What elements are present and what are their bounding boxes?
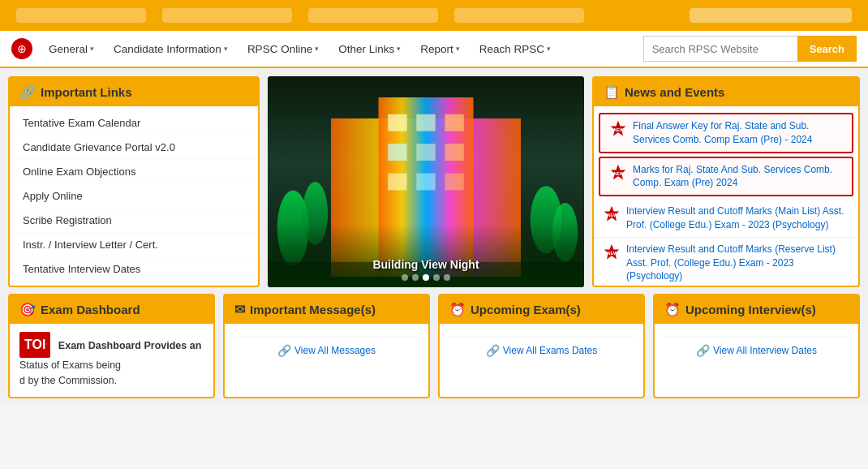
link-chain-icon: 🔗	[486, 344, 500, 357]
nav-general[interactable]: General ▾	[41, 38, 102, 60]
news-item-3[interactable]: NEW Interview Result and Cutoff Marks (M…	[594, 200, 858, 238]
link-online-exam-objections[interactable]: Online Exam Objections	[10, 160, 258, 184]
mail-icon: ✉	[234, 302, 245, 317]
important-links-title: Important Links	[41, 85, 132, 99]
dot-2[interactable]	[412, 274, 419, 281]
svg-text:NEW: NEW	[608, 213, 617, 217]
svg-rect-12	[416, 174, 435, 191]
exam-dashboard-content: TOI Exam Dashboard Provides an Status of…	[10, 324, 213, 393]
view-all-interviews-label: View All Interview Dates	[713, 345, 817, 356]
link-candidate-grievance[interactable]: Candidate Grievance Portal v2.0	[10, 136, 258, 160]
chevron-down-icon: ▾	[547, 45, 551, 53]
chevron-down-icon: ▾	[224, 45, 228, 53]
link-tentative-exam-calendar[interactable]: Tentative Exam Calendar	[10, 111, 258, 136]
view-all-messages-label: View All Messages	[294, 345, 376, 356]
nav-reach-rpsc[interactable]: Reach RPSC ▾	[471, 38, 559, 60]
link-interview-letter[interactable]: Instr. / Interview Letter / Cert.	[10, 233, 258, 257]
svg-point-2	[303, 182, 328, 245]
chevron-down-icon: ▾	[456, 45, 460, 53]
view-all-interviews-link[interactable]: 🔗 View All Interview Dates	[664, 337, 849, 364]
exam-dashboard-title: Exam Dashboard	[41, 303, 140, 316]
main-content: 🔗 Important Links Tentative Exam Calenda…	[0, 68, 868, 294]
important-messages-content: 🔗 View All Messages	[225, 324, 428, 393]
news-text-3: Interview Result and Cutoff Marks (Main …	[626, 204, 850, 232]
chevron-down-icon: ▾	[90, 45, 94, 53]
svg-rect-8	[388, 144, 406, 161]
view-all-exams-link[interactable]: 🔗 View All Exams Dates	[449, 337, 634, 364]
news-events-panel: 📋 News and Events NEW Final Answer Key f…	[592, 76, 860, 287]
link-chain-icon: 🔗	[277, 344, 291, 357]
svg-text:NEW: NEW	[608, 250, 617, 255]
banner-item-2	[162, 8, 292, 23]
news-item-2[interactable]: NEW Marks for Raj. State And Sub. Servic…	[599, 157, 853, 197]
upcoming-interviews-header: ⏰ Upcoming Interview(s)	[655, 295, 858, 324]
nav-other-links[interactable]: Other Links ▾	[330, 38, 409, 60]
upcoming-exams-content: 🔗 View All Exams Dates	[440, 324, 643, 393]
svg-rect-6	[416, 114, 435, 131]
top-banner	[0, 0, 868, 31]
exam-dashboard-header: 🎯 Exam Dashboard	[10, 295, 213, 324]
link-icon: 🔗	[19, 84, 36, 100]
svg-rect-5	[388, 114, 406, 131]
dashboard-icon: 🎯	[19, 302, 36, 317]
new-badge-icon: NEW	[608, 163, 628, 183]
clock-icon: ⏰	[449, 302, 466, 317]
toi-badge: TOI	[19, 332, 50, 358]
svg-rect-13	[445, 174, 463, 191]
important-messages-card: ✉ Important Message(s) 🔗 View All Messag…	[223, 294, 430, 398]
nav-rpsc-online[interactable]: RPSC Online ▾	[239, 38, 327, 60]
links-list: Tentative Exam Calendar Candidate Grieva…	[10, 106, 258, 285]
svg-rect-10	[445, 144, 463, 161]
bottom-row: 🎯 Exam Dashboard TOI Exam Dashboard Prov…	[0, 294, 868, 405]
dot-1[interactable]	[402, 274, 408, 281]
clock-icon: ⏰	[664, 302, 681, 317]
new-badge-icon: NEW	[602, 204, 621, 224]
upcoming-exams-card: ⏰ Upcoming Exam(s) 🔗 View All Exams Date…	[438, 294, 645, 398]
view-all-exams-label: View All Exams Dates	[503, 345, 598, 356]
dot-5[interactable]	[444, 274, 450, 281]
news-text-4: Interview Result and Cutoff Marks (Reser…	[626, 243, 850, 282]
upcoming-exams-header: ⏰ Upcoming Exam(s)	[440, 295, 643, 324]
svg-rect-9	[416, 144, 435, 161]
banner-right	[690, 8, 852, 23]
link-apply-online[interactable]: Apply Online	[10, 184, 258, 209]
important-messages-title: Important Message(s)	[250, 303, 376, 316]
upcoming-interviews-content: 🔗 View All Interview Dates	[655, 324, 858, 393]
news-events-title: News and Events	[625, 85, 724, 99]
link-interview-dates[interactable]: Tentative Interview Dates	[10, 257, 258, 282]
svg-rect-7	[445, 114, 463, 131]
exam-dashboard-text: TOI Exam Dashboard Provides an Status of…	[19, 332, 204, 389]
chevron-down-icon: ▾	[397, 45, 401, 53]
site-logo	[11, 38, 32, 59]
dot-4[interactable]	[433, 274, 440, 281]
nav-report[interactable]: Report ▾	[412, 38, 468, 60]
upcoming-exams-title: Upcoming Exam(s)	[471, 303, 581, 316]
news-list: NEW Final Answer Key for Raj. State and …	[594, 106, 858, 282]
navbar: General ▾ Candidate Information ▾ RPSC O…	[0, 31, 868, 68]
exam-dashboard-card: 🎯 Exam Dashboard TOI Exam Dashboard Prov…	[8, 294, 215, 398]
news-events-header: 📋 News and Events	[594, 78, 858, 106]
banner-item-1	[16, 8, 146, 23]
link-chain-icon: 🔗	[696, 344, 710, 357]
news-item-4[interactable]: NEW Interview Result and Cutoff Marks (R…	[594, 238, 858, 282]
important-links-panel: 🔗 Important Links Tentative Exam Calenda…	[8, 76, 260, 287]
svg-rect-11	[388, 174, 406, 191]
svg-point-15	[552, 203, 578, 262]
search-input[interactable]	[643, 36, 797, 62]
nav-candidate-information[interactable]: Candidate Information ▾	[105, 38, 236, 60]
banner-item-3	[308, 8, 438, 23]
slider-dots	[402, 274, 450, 281]
view-all-messages-link[interactable]: 🔗 View All Messages	[234, 337, 419, 364]
new-badge-icon: NEW	[608, 119, 628, 139]
news-icon: 📋	[604, 84, 620, 100]
new-badge-icon: NEW	[602, 243, 621, 262]
important-messages-header: ✉ Important Message(s)	[225, 295, 428, 324]
search-button[interactable]: Search	[797, 36, 857, 62]
dot-3[interactable]	[423, 274, 429, 281]
slider-image	[268, 76, 584, 287]
upcoming-interviews-card: ⏰ Upcoming Interview(s) 🔗 View All Inter…	[653, 294, 860, 398]
banner-item-4	[454, 8, 584, 23]
svg-text:NEW: NEW	[614, 170, 624, 175]
news-item-1[interactable]: NEW Final Answer Key for Raj. State and …	[599, 113, 853, 153]
link-scribe-registration[interactable]: Scribe Registration	[10, 209, 258, 233]
